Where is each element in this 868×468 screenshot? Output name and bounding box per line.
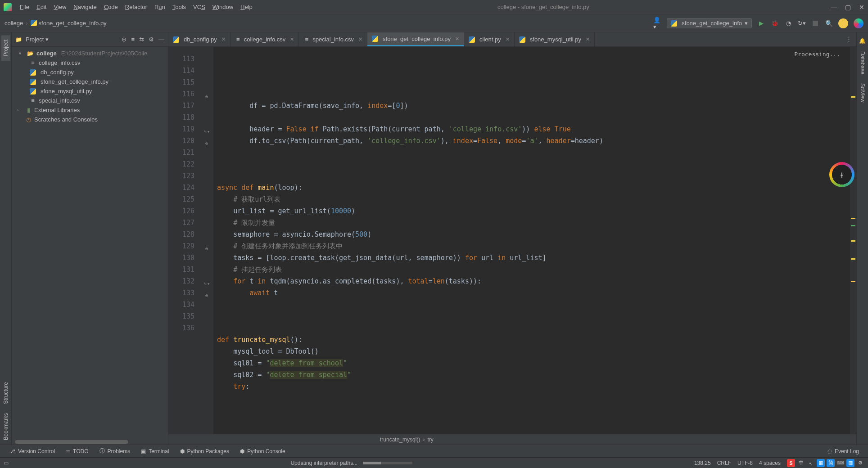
tree-root[interactable]: ▾ college E:\2024StudentProjects\005Coll… (17, 49, 166, 58)
editor-tab[interactable]: db_config.py✕ (168, 32, 231, 46)
menu-tools[interactable]: ToolsTools (169, 2, 190, 12)
editor-tab[interactable]: college_info.csv✕ (231, 32, 299, 46)
tree-external-libraries[interactable]: › External Libraries (17, 105, 166, 115)
search-button[interactable] (825, 19, 833, 27)
chevron-down-icon[interactable]: ▾ (19, 51, 24, 56)
menu-edit[interactable]: EditEdit (33, 2, 50, 12)
fold-toggle-icon[interactable]: ⊖ (205, 243, 208, 255)
editor-breadcrumb[interactable]: truncate_mysql() › try (168, 434, 856, 445)
tray-icon[interactable]: ▦ (817, 459, 825, 467)
project-tree[interactable]: ▾ college E:\2024StudentProjects\005Coll… (12, 47, 168, 440)
library-icon (25, 107, 32, 113)
coverage-button[interactable]: ◔ (784, 19, 792, 27)
close-icon[interactable]: ✕ (586, 36, 590, 42)
horizontal-scrollbar[interactable] (12, 440, 168, 445)
breadcrumb-file[interactable]: sfone_get_college_info.py (31, 20, 107, 27)
hide-icon[interactable]: — (158, 36, 164, 43)
tool-tab-database[interactable]: Database (858, 47, 867, 79)
tree-file[interactable]: sfone_mysql_util.py (17, 86, 166, 96)
menu-code[interactable]: CodeCode (100, 2, 122, 12)
error-stripe[interactable] (850, 47, 856, 434)
close-icon[interactable]: ✕ (455, 36, 459, 42)
fold-toggle-icon[interactable]: ⊖ (205, 138, 208, 149)
line-separator[interactable]: CRLF (717, 460, 731, 466)
stop-button[interactable] (811, 19, 819, 27)
avatar[interactable] (838, 18, 848, 28)
caret-position[interactable]: 138:25 (694, 460, 711, 466)
add-user-icon[interactable]: 👤▾ (653, 19, 661, 27)
toolbox-badge-icon[interactable]: ⟊ (829, 162, 854, 187)
run-line-icon[interactable]: ⤷▾ (203, 278, 210, 290)
chevron-right-icon[interactable]: › (17, 108, 23, 112)
tool-tab-bookmarks[interactable]: Bookmarks (1, 409, 10, 445)
fold-column[interactable]: ⊖⊖⊖⊖⤷▾⤷▾ (203, 47, 213, 434)
menu-file[interactable]: FFileile (16, 2, 33, 12)
tool-problems[interactable]: ⓘ Problems (94, 447, 136, 455)
tray-icon[interactable]: 中 (797, 459, 805, 467)
menu-window[interactable]: WindowWindow (209, 2, 237, 12)
menu-run[interactable]: RunRun (151, 2, 169, 12)
tree-file[interactable]: special_info.csv (17, 96, 166, 105)
notifications-icon[interactable]: 🔔 (859, 38, 866, 44)
close-icon[interactable]: ✕ (358, 36, 362, 42)
settings-icon[interactable]: ⚙ (149, 36, 154, 43)
left-tool-strip: Project Structure Bookmarks (0, 32, 12, 445)
menu-help[interactable]: HelpHelp (237, 2, 256, 12)
editor-tab[interactable]: sfone_mysql_util.py✕ (515, 32, 595, 46)
run-button[interactable]: ▶ (757, 19, 765, 27)
project-view-select[interactable]: Project ▾ (26, 36, 49, 43)
breadcrumb-project[interactable]: college (5, 20, 23, 27)
ime-icon[interactable]: S (787, 459, 795, 467)
expand-icon[interactable]: ≡ (131, 36, 135, 43)
tabs-overflow-icon[interactable]: ⋮ (841, 32, 856, 46)
editor-tab[interactable]: sfone_get_college_info.py✕ (367, 32, 464, 46)
code-area[interactable]: Processing... df = pd.DataFrame(save_inf… (213, 47, 856, 434)
editor-tab[interactable]: special_info.csv✕ (299, 32, 367, 46)
maximize-icon[interactable]: ▢ (845, 4, 851, 11)
tool-version-control[interactable]: ⎇ Version Control (4, 448, 60, 454)
menu-view[interactable]: ViewView (50, 2, 70, 12)
tool-event-log[interactable]: ◌ Event Log (822, 448, 864, 454)
code-with-me-icon[interactable] (854, 18, 863, 28)
debug-button[interactable]: 🐞 (771, 19, 779, 27)
profile-button[interactable]: ↻▾ (798, 19, 806, 27)
tray-icon[interactable]: ⚙ (856, 459, 864, 467)
locate-icon[interactable]: ⊕ (122, 36, 127, 43)
main-area: Project Structure Bookmarks Project ▾ ⊕ … (0, 32, 868, 445)
menu-refactor[interactable]: RefactorRefactor (122, 2, 151, 12)
tree-scratches[interactable]: Scratches and Consoles (17, 115, 166, 124)
close-icon[interactable]: ✕ (222, 36, 226, 42)
editor-body[interactable]: 1131141151161171181191201211221231241251… (168, 47, 856, 434)
fold-toggle-icon[interactable]: ⊖ (205, 91, 208, 103)
indent[interactable]: 4 spaces (759, 460, 781, 466)
tray-icon[interactable]: ▥ (846, 459, 854, 467)
close-icon[interactable]: ✕ (290, 36, 294, 42)
tray-icon[interactable]: •, (807, 459, 815, 467)
minimize-icon[interactable]: — (831, 4, 837, 11)
tree-file[interactable]: college_info.csv (17, 58, 166, 68)
python-icon (30, 79, 36, 85)
tool-tab-structure[interactable]: Structure (1, 378, 10, 409)
collapse-icon[interactable]: ⇆ (139, 36, 144, 43)
close-icon[interactable]: ✕ (506, 36, 510, 42)
tool-todo[interactable]: ≣ TODO (60, 448, 94, 454)
line-gutter[interactable]: 1131141151161171181191201211221231241251… (168, 47, 203, 434)
tool-python-console[interactable]: ⬢ Python Console (235, 448, 291, 454)
fold-toggle-icon[interactable]: ⊖ (205, 290, 208, 302)
menu-vcs[interactable]: VCSVCS (190, 2, 209, 12)
encoding[interactable]: UTF-8 (737, 460, 753, 466)
status-icon[interactable]: ▭ (4, 460, 9, 466)
tray-icon[interactable]: ⌨ (836, 459, 845, 467)
tool-terminal[interactable]: ▣ Terminal (136, 448, 174, 454)
menu-navigate[interactable]: NavigateNavigate (70, 2, 100, 12)
tray-icon[interactable]: 简 (827, 459, 835, 467)
tree-file[interactable]: db_config.py (17, 68, 166, 77)
run-line-icon[interactable]: ⤷▾ (203, 126, 210, 138)
tool-tab-sciview[interactable]: SciView (858, 79, 867, 107)
tree-file[interactable]: sfone_get_college_info.py (17, 77, 166, 86)
tool-tab-project[interactable]: Project (1, 35, 10, 61)
editor-tab[interactable]: client.py✕ (464, 32, 515, 46)
tool-python-packages[interactable]: ⬢ Python Packages (175, 448, 235, 454)
close-icon[interactable]: ✕ (859, 4, 864, 11)
run-config-select[interactable]: sfone_get_college_info ▾ (667, 18, 752, 28)
